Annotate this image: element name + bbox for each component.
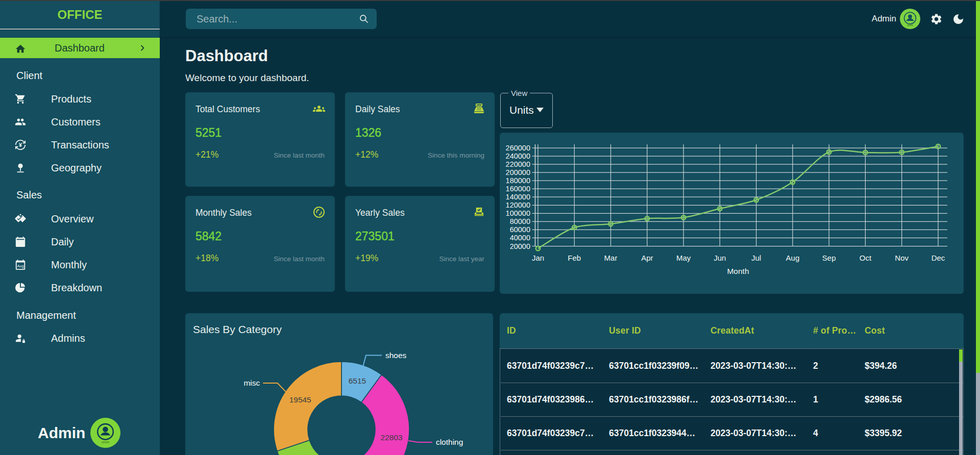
svg-text:ADMIN: ADMIN bbox=[907, 24, 913, 27]
svg-text:ADMIN: ADMIN bbox=[102, 441, 110, 444]
svg-text:6515: 6515 bbox=[349, 376, 366, 385]
svg-text:Apr: Apr bbox=[641, 254, 653, 262]
svg-text:22803: 22803 bbox=[381, 433, 403, 442]
svg-text:shoes: shoes bbox=[385, 351, 407, 360]
svg-text:240000: 240000 bbox=[506, 152, 530, 160]
svg-text:Aug: Aug bbox=[17, 264, 23, 268]
svg-text:Mar: Mar bbox=[604, 254, 618, 262]
svg-text:140000: 140000 bbox=[506, 193, 530, 201]
svg-text:40000: 40000 bbox=[510, 234, 530, 242]
svg-text:Month: Month bbox=[727, 267, 749, 275]
svg-text:180000: 180000 bbox=[506, 176, 530, 185]
svg-text:260000: 260000 bbox=[506, 144, 530, 152]
svg-text:220000: 220000 bbox=[506, 160, 530, 168]
svg-text:¥: ¥ bbox=[19, 142, 22, 148]
svg-text:Sep: Sep bbox=[822, 254, 836, 262]
svg-text:160000: 160000 bbox=[506, 185, 530, 193]
svg-text:80000: 80000 bbox=[510, 217, 530, 225]
svg-text:Feb: Feb bbox=[568, 254, 581, 262]
svg-text:20000: 20000 bbox=[510, 242, 530, 250]
svg-text:60000: 60000 bbox=[510, 225, 530, 234]
svg-text:Dec: Dec bbox=[932, 254, 945, 262]
svg-text:Nov: Nov bbox=[895, 254, 909, 262]
svg-text:Jan: Jan bbox=[532, 254, 544, 262]
svg-text:May: May bbox=[676, 254, 691, 262]
svg-text:Jul: Jul bbox=[751, 254, 761, 262]
svg-text:200000: 200000 bbox=[506, 168, 530, 176]
svg-text:Oct: Oct bbox=[860, 254, 872, 262]
svg-text:100000: 100000 bbox=[506, 209, 530, 217]
svg-text:19545: 19545 bbox=[289, 395, 311, 404]
svg-text:clothing: clothing bbox=[436, 438, 463, 446]
svg-text:misc: misc bbox=[243, 378, 260, 387]
svg-text:Aug: Aug bbox=[786, 254, 800, 262]
svg-text:Jun: Jun bbox=[714, 254, 726, 262]
svg-text:120000: 120000 bbox=[506, 201, 530, 209]
